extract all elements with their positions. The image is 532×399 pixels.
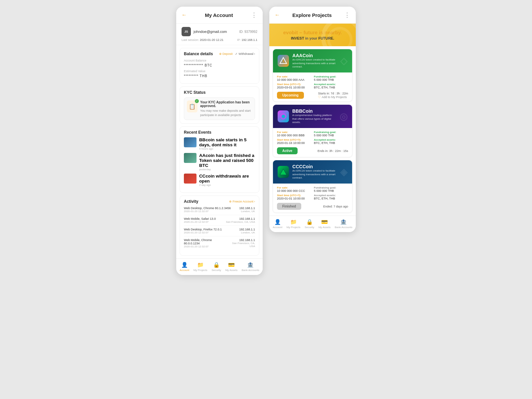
- bbb-watermark: ◎: [339, 111, 347, 122]
- bank-icon: 🏦: [247, 261, 254, 268]
- event-time-3: 2 day ago: [199, 184, 255, 187]
- ccc-details-grid: For sale: 10 000 000 000 CCC Fundraising…: [277, 186, 348, 200]
- nav-account-label: Account: [180, 269, 189, 272]
- bbb-accepted-label: Accepted assets:: [314, 138, 348, 141]
- aaa-status-button[interactable]: Upcoming: [277, 92, 304, 99]
- activity-row: Web Mobile, Chrome 80.0.0.1234 2020-01-2…: [184, 238, 255, 250]
- kyc-icon: 📋 ✓: [187, 100, 198, 112]
- bbb-banner: BBBCoin A comprehensive trading platform…: [273, 105, 352, 128]
- right-nav-bank-accounts[interactable]: 🏦 Bank Accounts: [335, 218, 352, 229]
- ccc-accepted-label: Accepted assets:: [314, 194, 348, 197]
- projects-icon: 📁: [197, 261, 204, 268]
- nav-my-projects[interactable]: 📁 My Projects: [194, 261, 207, 272]
- kyc-title: KYC Status: [184, 90, 255, 95]
- bbb-fundraising-label: Fundraising goal:: [314, 131, 348, 134]
- right-more-menu-button[interactable]: ⋮: [344, 11, 350, 19]
- right-nav-account[interactable]: 👤 Account: [273, 218, 282, 229]
- aaa-banner: AAACoin An ERC20 token created to facili…: [273, 49, 352, 72]
- activity-date-1: 2020-01-20 12:32:07: [184, 210, 231, 213]
- assets-icon: 💳: [228, 261, 235, 268]
- withdrawal-button[interactable]: ✓ Withdrawal ›: [235, 52, 255, 56]
- nav-bank-accounts[interactable]: 🏦 Bank Accounts: [242, 261, 259, 272]
- nav-projects-label: My Projects: [194, 269, 207, 272]
- ccc-watermark: ◈: [340, 167, 347, 178]
- activity-date-3: 2020-01-20 12:32:07: [184, 231, 222, 234]
- nav-my-assets[interactable]: 💳 My Assets: [225, 261, 237, 272]
- aaa-start-label: Start time (UTC+7):: [277, 83, 311, 86]
- activity-device-2: Web Mobile, Safari 13.0: [184, 217, 216, 220]
- ccc-logo: [278, 166, 289, 178]
- ccc-status-button[interactable]: Finished: [277, 203, 301, 210]
- activity-row: Web Desktop, Firefox 72.0.1 2020-01-20 1…: [184, 228, 255, 236]
- bbb-time-info: Ends in: 3h : 22m : 15s: [318, 149, 348, 153]
- right-nav-assets-label: My Assets: [319, 226, 331, 229]
- right-nav-security[interactable]: 🔒 Security: [305, 218, 314, 229]
- right-nav-my-projects[interactable]: 📁 My Projects: [287, 218, 301, 229]
- balance-actions: ⊕ Deposit ✓ Withdrawal ›: [219, 52, 255, 56]
- activity-device-4: Web Mobile, Chrome 80.0.0.1234: [184, 238, 227, 245]
- activity-section: Activity ⊕ Freeze Account › Web Desktop,…: [180, 196, 259, 256]
- nav-account[interactable]: 👤 Account: [180, 261, 189, 272]
- more-menu-button[interactable]: ⋮: [251, 11, 257, 19]
- right-bank-icon: 🏦: [340, 218, 347, 225]
- bbb-status-button[interactable]: Active: [277, 147, 298, 154]
- ccc-start-value: 2020-01-01 10:00:00: [277, 197, 311, 200]
- back-button[interactable]: ←: [182, 12, 187, 18]
- ccc-actions: Finished Ended: 7 days ago: [277, 203, 348, 210]
- event-title-2: AAcoin has just finished a Token sale an…: [199, 153, 255, 168]
- event-item: CCcoin withdrawals are open 2 day ago: [184, 174, 255, 187]
- activity-date-2: 2020-01-20 12:32:07: [184, 220, 216, 223]
- left-phone: ← My Account ⋮ JS johndoe@gmail.com ID: …: [176, 7, 263, 275]
- activity-ip-1: 192.168.1.1: [239, 206, 255, 210]
- activity-location-3: London, UK: [239, 231, 255, 234]
- activity-ip-2: 192.168.1.1: [226, 217, 255, 220]
- bbb-fundraising-value: 5 000 000 THB: [314, 134, 348, 137]
- freeze-account-button[interactable]: ⊕ Freeze Account ›: [229, 200, 255, 203]
- bbb-details-grid: For sale: 10 000 000 000 BBB Fundraising…: [277, 131, 348, 145]
- aaa-add-project-button[interactable]: ♡ Add to My Projects: [318, 95, 348, 99]
- project-card-ccc: CCCCoin An ERC20 token created to facili…: [273, 160, 352, 213]
- ccc-name: CCCCoin: [292, 164, 337, 169]
- bbb-name: BBBCoin: [292, 108, 336, 114]
- deposit-button[interactable]: ⊕ Deposit: [219, 52, 233, 56]
- event-time-2: yesterday: [199, 168, 255, 171]
- right-nav-bank-label: Bank Accounts: [335, 226, 352, 229]
- evobit-title: evobit – future is nearby.: [274, 30, 351, 35]
- ccc-desc: An ERC20 token created to facilitate adv…: [292, 169, 337, 180]
- right-header: ← Explore Projects ⋮: [269, 7, 356, 24]
- aaa-desc: An ERC20 token created to facilitate adv…: [292, 58, 337, 68]
- ccc-banner: CCCCoin An ERC20 token created to facili…: [273, 160, 352, 184]
- activity-device-3: Web Desktop, Firefox 72.0.1: [184, 228, 222, 231]
- right-back-button[interactable]: ←: [275, 12, 280, 18]
- ccc-for-sale-value: 10 000 000 000 CCC: [277, 189, 311, 193]
- aaa-watermark: ◇: [340, 56, 347, 66]
- project-card-aaa: AAACoin An ERC20 token created to facili…: [273, 49, 352, 102]
- aaa-fundraising-value: 5 000 000 THB: [314, 78, 348, 81]
- activity-location-2: San Francisco, CA, USA: [226, 220, 255, 223]
- avatar: JS: [182, 27, 191, 36]
- event-image-1: [184, 137, 197, 147]
- session-info: Last session: 2020-01-20 12.21 IP: 192.1…: [182, 38, 257, 42]
- ccc-info: CCCCoin An ERC20 token created to facili…: [292, 164, 337, 180]
- ccc-start-label: Start time (UTC+7):: [277, 194, 311, 197]
- right-phone: ← Explore Projects ⋮ evobit – future is …: [269, 7, 356, 232]
- ccc-accepted-value: BTC, ETH, THB: [314, 197, 348, 200]
- balance-section: Balance details ⊕ Deposit ✓ Withdrawal ›…: [180, 48, 259, 84]
- activity-location-1: London, UK: [239, 210, 255, 213]
- nav-assets-label: My Assets: [225, 269, 237, 272]
- aaa-logo: [278, 55, 289, 67]
- evobit-brand: evobit: [283, 30, 298, 35]
- page-title: My Account: [205, 12, 233, 18]
- right-projects-icon: 📁: [290, 218, 297, 225]
- event-title-1: BBcoin sale starts in 5 days, dont miss …: [199, 137, 255, 147]
- right-nav-my-assets[interactable]: 💳 My Assets: [319, 218, 331, 229]
- aaa-for-sale-label: For sale:: [277, 75, 311, 78]
- kyc-approved-desc: You may now make deposits and start part…: [200, 109, 252, 117]
- right-bottom-nav: 👤 Account 📁 My Projects 🔒 Security 💳 My …: [269, 215, 356, 232]
- nav-security[interactable]: 🔒 Security: [211, 261, 221, 272]
- ccc-fundraising-label: Fundraising goal:: [314, 186, 348, 189]
- kyc-section: KYC Status 📋 ✓ Your KYC Application has …: [180, 86, 259, 124]
- kyc-approved-title: Your KYC Application has been approved.: [200, 100, 252, 108]
- bbb-for-sale-value: 10 000 000 000 BBB: [277, 134, 311, 137]
- evobit-subtitle: INVEST in your FUTURE.: [274, 36, 351, 40]
